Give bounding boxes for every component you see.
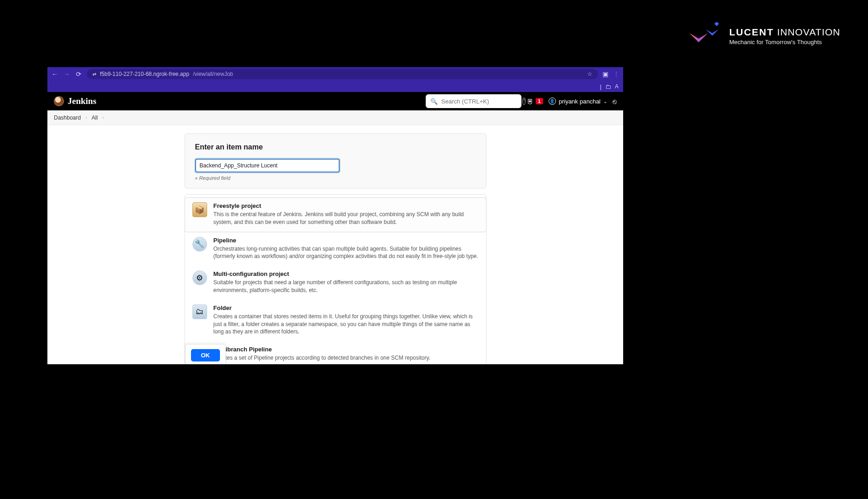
logout-icon[interactable]: ⎋ xyxy=(613,98,617,105)
item-type-title: Multi-configuration project xyxy=(214,270,479,277)
bookmarks-folder-icon[interactable]: 🗀 xyxy=(605,83,611,90)
pipeline-icon: 🔧 xyxy=(192,237,207,252)
item-type-description: Creates a container that stores nested i… xyxy=(214,313,479,336)
shield-icon: ⛨ xyxy=(527,98,534,105)
nav-reload-icon[interactable]: ⟳ xyxy=(75,70,82,78)
multi-config-icon: ⚙ xyxy=(192,270,207,285)
url-host: f5b9-110-227-210-68.ngrok-free.app xyxy=(100,71,189,77)
ok-footer: OK xyxy=(185,344,226,364)
item-type-description: Suitable for projects that need a large … xyxy=(214,279,479,294)
item-type-multibranch[interactable]: 🔀 Multibranch Pipeline Creates a set of … xyxy=(185,341,486,364)
security-alerts[interactable]: ⛨ 1 xyxy=(527,98,543,105)
url-path: /view/all/newJob xyxy=(193,71,233,77)
breadcrumb: Dashboard › All › xyxy=(47,110,623,125)
lucent-logo-icon xyxy=(686,22,723,50)
chevron-down-icon: ⌄ xyxy=(603,99,607,104)
item-type-multiconfig[interactable]: ⚙ Multi-configuration project Suitable f… xyxy=(185,266,486,300)
bookmark-star-icon[interactable]: ☆ xyxy=(587,71,592,77)
extensions-icon[interactable]: ▣ xyxy=(602,70,608,78)
breadcrumb-all[interactable]: All xyxy=(92,115,98,121)
item-type-folder[interactable]: 🗂 Folder Creates a container that stores… xyxy=(185,300,486,341)
bookmarks-label[interactable]: A xyxy=(615,83,619,90)
browser-window: ← → ⟳ ⇄ f5b9-110-227-210-68.ngrok-free.a… xyxy=(47,67,623,364)
nav-forward-icon[interactable]: → xyxy=(63,70,70,78)
folder-icon: 🗂 xyxy=(192,304,207,319)
bookmarks-pipe-icon: | xyxy=(600,83,602,90)
chevron-right-icon: › xyxy=(102,115,104,120)
alert-count-badge: 1 xyxy=(536,98,543,104)
jenkins-logo-icon xyxy=(54,96,64,106)
item-type-pipeline[interactable]: 🔧 Pipeline Orchestrates long-running act… xyxy=(185,232,486,266)
avatar-icon: 👤 xyxy=(549,98,556,105)
search-box[interactable]: 🔍 ? xyxy=(426,94,521,108)
item-type-title: Folder xyxy=(214,304,479,311)
item-type-description: This is the central feature of Jenkins. … xyxy=(214,211,479,226)
ok-button[interactable]: OK xyxy=(191,349,220,361)
item-name-input[interactable] xyxy=(195,159,340,172)
new-item-form: Enter an item name » Required field xyxy=(185,133,486,189)
search-help-icon[interactable]: ? xyxy=(522,98,526,105)
lucent-brand-text: LUCENT INNOVATION xyxy=(729,27,840,38)
required-hint: » Required field xyxy=(195,175,476,181)
jenkins-brand[interactable]: Jenkins xyxy=(54,96,96,106)
main-content: Enter an item name » Required field 📦 Fr… xyxy=(47,125,623,364)
item-type-title: Pipeline xyxy=(214,237,479,244)
user-menu[interactable]: 👤 priyank panchal ⌄ xyxy=(549,98,607,105)
browser-menu-icon[interactable]: ⋮ xyxy=(613,70,619,78)
form-title: Enter an item name xyxy=(195,143,476,151)
svg-rect-2 xyxy=(715,22,719,26)
chevron-right-icon: › xyxy=(86,115,87,120)
lucent-tagline: Mechanic for Tomorrow's Thoughts xyxy=(729,39,840,46)
svg-marker-0 xyxy=(689,33,708,42)
svg-marker-1 xyxy=(706,29,718,36)
freestyle-project-icon: 📦 xyxy=(192,202,207,217)
browser-urlbar-row: ← → ⟳ ⇄ f5b9-110-227-210-68.ngrok-free.a… xyxy=(47,67,623,81)
item-type-title: Freestyle project xyxy=(214,202,479,209)
nav-back-icon[interactable]: ← xyxy=(51,70,58,78)
item-type-description: Orchestrates long-running activities tha… xyxy=(214,245,479,261)
lucent-watermark: LUCENT INNOVATION Mechanic for Tomorrow'… xyxy=(686,22,840,50)
site-identity-icon[interactable]: ⇄ xyxy=(93,72,96,77)
search-icon: 🔍 xyxy=(430,98,438,105)
item-type-title: Multibranch Pipeline xyxy=(214,346,479,353)
search-input[interactable] xyxy=(441,98,519,105)
jenkins-name: Jenkins xyxy=(68,96,96,106)
jenkins-header: Jenkins 🔍 ? ⛨ 1 👤 priyank panchal ⌄ ⎋ xyxy=(47,92,623,110)
item-type-list: 📦 Freestyle project This is the central … xyxy=(185,194,486,364)
item-type-description: Creates a set of Pipeline projects accor… xyxy=(214,354,479,362)
item-type-freestyle[interactable]: 📦 Freestyle project This is the central … xyxy=(185,197,486,232)
breadcrumb-dashboard[interactable]: Dashboard xyxy=(54,115,81,121)
username-label: priyank panchal xyxy=(559,98,601,105)
url-input[interactable]: ⇄ f5b9-110-227-210-68.ngrok-free.app/vie… xyxy=(87,69,598,79)
browser-bookmark-bar: | 🗀 A xyxy=(47,81,623,92)
